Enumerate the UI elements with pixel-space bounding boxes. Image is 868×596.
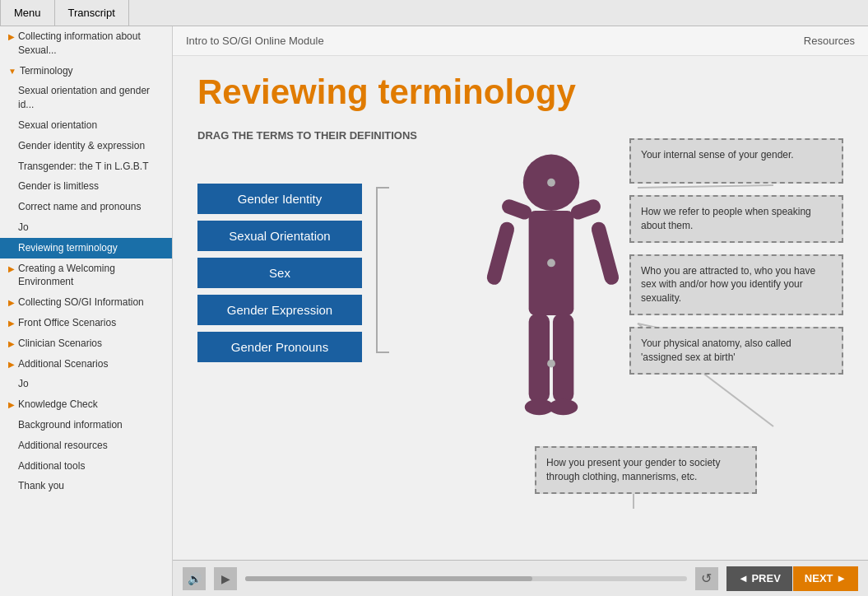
svg-point-12 bbox=[547, 360, 555, 368]
term-sex[interactable]: Sex bbox=[197, 258, 362, 288]
def-box-1[interactable]: Your internal sense of your gender. bbox=[629, 138, 843, 184]
content-area: Intro to SO/GI Online Module Resources R… bbox=[173, 26, 868, 596]
sidebar-item-front-office[interactable]: ▶ Front Office Scenarios bbox=[0, 313, 172, 333]
sidebar-item-add-tools[interactable]: Additional tools bbox=[0, 456, 172, 477]
sidebar-item-sogi[interactable]: Sexual orientation and gender id... bbox=[0, 81, 172, 115]
arrow-icon-5: ▶ bbox=[8, 338, 15, 350]
bottom-bar: 🔊 ▶ ↺ ◄ PREV NEXT ► bbox=[173, 560, 868, 596]
sidebar-item-jo2[interactable]: Jo bbox=[0, 374, 172, 394]
sidebar-item-welcoming[interactable]: ▶ Creating a Welcoming Environment bbox=[0, 258, 172, 293]
sidebar-item-additional[interactable]: ▶ Additional Scenarios bbox=[0, 354, 172, 375]
slide-title: Reviewing terminology bbox=[197, 72, 843, 112]
sidebar-item-thank-you[interactable]: Thank you bbox=[0, 476, 172, 496]
next-button[interactable]: NEXT ► bbox=[793, 566, 858, 591]
svg-point-9 bbox=[549, 399, 578, 416]
sidebar-item-knowledge[interactable]: ▶ Knowledge Check bbox=[0, 394, 172, 415]
main-container: ▶ Collecting information about Sexual...… bbox=[0, 26, 868, 596]
svg-point-11 bbox=[547, 259, 555, 268]
sidebar-item-collecting[interactable]: ▶ Collecting information about Sexual... bbox=[0, 26, 172, 61]
bracket-svg bbox=[369, 184, 393, 356]
definitions-right: Your internal sense of your gender. How … bbox=[629, 138, 843, 375]
def-box-2[interactable]: How we refer to people when speaking abo… bbox=[629, 195, 843, 243]
sidebar: ▶ Collecting information about Sexual...… bbox=[0, 26, 173, 596]
volume-icon: 🔊 bbox=[188, 572, 202, 585]
term-gender-pronouns[interactable]: Gender Pronouns bbox=[197, 332, 362, 362]
transcript-tab[interactable]: Transcript bbox=[55, 0, 129, 26]
def-box-4[interactable]: Your physical anatomy, also called 'assi… bbox=[629, 327, 843, 375]
arrow-icon-4: ▶ bbox=[8, 318, 15, 329]
reload-icon: ↺ bbox=[701, 570, 712, 586]
sidebar-item-jo1[interactable]: Jo bbox=[0, 217, 172, 238]
sidebar-item-sexual-orientation[interactable]: Sexual orientation bbox=[0, 115, 172, 136]
sidebar-item-terminology[interactable]: ▼ Terminology bbox=[0, 61, 172, 81]
sidebar-item-add-resources[interactable]: Additional resources bbox=[0, 435, 172, 456]
arrow-icon-7: ▶ bbox=[8, 399, 15, 411]
play-icon: ▶ bbox=[221, 572, 230, 585]
svg-rect-4 bbox=[569, 198, 602, 221]
svg-rect-5 bbox=[590, 221, 620, 286]
sidebar-item-reviewing[interactable]: Reviewing terminology bbox=[0, 238, 172, 258]
human-figure bbox=[469, 138, 634, 492]
term-gender-expression[interactable]: Gender Expression bbox=[197, 295, 362, 325]
arrow-icon-3: ▶ bbox=[8, 297, 15, 309]
play-button[interactable]: ▶ bbox=[214, 567, 237, 590]
nav-button-group: ◄ PREV NEXT ► bbox=[726, 566, 858, 591]
sidebar-item-gender-identity[interactable]: Gender identity & expression bbox=[0, 136, 172, 156]
volume-button[interactable]: 🔊 bbox=[183, 567, 206, 590]
arrow-icon-6: ▶ bbox=[8, 359, 15, 370]
resources-link[interactable]: Resources bbox=[804, 35, 855, 47]
svg-rect-6 bbox=[529, 314, 550, 402]
prev-button[interactable]: ◄ PREV bbox=[726, 566, 792, 591]
progress-bar-container[interactable] bbox=[245, 576, 687, 581]
reload-button[interactable]: ↺ bbox=[695, 567, 718, 590]
slide-area: Reviewing terminology DRAG THE TERMS TO … bbox=[173, 56, 868, 560]
def-box-bottom[interactable]: How you present your gender to society t… bbox=[535, 446, 757, 494]
content-header: Intro to SO/GI Online Module Resources bbox=[173, 26, 868, 56]
sidebar-item-limitless[interactable]: Gender is limitless bbox=[0, 176, 172, 197]
terms-column: Gender Identity Sexual Orientation Sex G… bbox=[197, 184, 362, 362]
svg-point-10 bbox=[547, 179, 555, 187]
sidebar-item-collecting-sogi[interactable]: ▶ Collecting SO/GI Information bbox=[0, 292, 172, 313]
menu-tab[interactable]: Menu bbox=[0, 0, 55, 26]
term-sexual-orientation[interactable]: Sexual Orientation bbox=[197, 221, 362, 251]
svg-rect-2 bbox=[500, 198, 534, 221]
sidebar-item-clinician[interactable]: ▶ Clinician Scenarios bbox=[0, 333, 172, 354]
arrow-icon: ▶ bbox=[8, 31, 15, 43]
sidebar-item-background[interactable]: Background information bbox=[0, 415, 172, 435]
module-title: Intro to SO/GI Online Module bbox=[186, 35, 324, 47]
progress-bar-fill bbox=[245, 576, 532, 581]
svg-rect-3 bbox=[485, 221, 516, 286]
svg-rect-7 bbox=[553, 314, 573, 402]
term-gender-identity[interactable]: Gender Identity bbox=[197, 184, 362, 214]
arrow-icon-2: ▶ bbox=[8, 263, 15, 275]
sidebar-item-transgender[interactable]: Transgender: the T in L.G.B.T bbox=[0, 156, 172, 177]
def-box-3[interactable]: Who you are attracted to, who you have s… bbox=[629, 254, 843, 315]
top-bar: Menu Transcript bbox=[0, 0, 868, 26]
sidebar-item-pronouns[interactable]: Correct name and pronouns bbox=[0, 197, 172, 217]
arrow-down-icon: ▼ bbox=[8, 66, 16, 77]
